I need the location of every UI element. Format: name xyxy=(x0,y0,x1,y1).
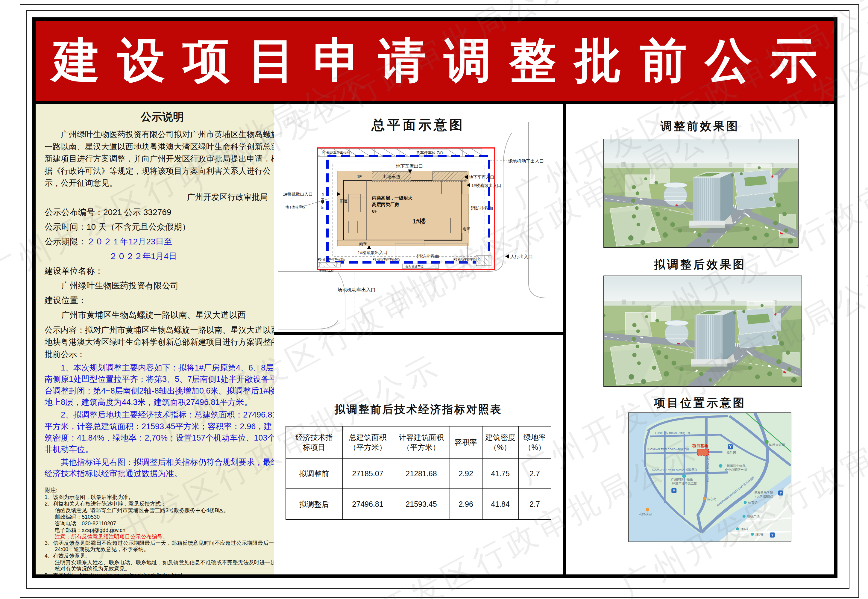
table-header-cell: 建筑密度 （%） xyxy=(482,426,519,458)
truck-parking-label: 货车停车位 7泊 xyxy=(416,151,443,155)
note-line: 电子邮箱：xzspj@gdd.gov.cn xyxy=(45,527,280,533)
location-map-title: 项目位置示意图 xyxy=(566,395,834,411)
poi-gym-label: 体育馆 xyxy=(748,501,758,504)
banner: 建设项目申请调整批前公示 xyxy=(36,21,834,104)
content-columns: 公示说明 广州绿叶生物医药投资有限公司拟对广州市黄埔区生物岛螺旋一路以南、星汉大… xyxy=(36,104,834,575)
p5-parking-label: P5 机动车停车位2泊 xyxy=(318,258,345,261)
p1-parking-label: P1 机动车停车位6泊 xyxy=(322,151,352,155)
evac-exit-bottom-label: 1#楼疏散出入口 xyxy=(358,250,387,255)
pedestrian-entrance-label: 人行出入口 xyxy=(510,254,533,259)
period-label: 公示期限： xyxy=(45,237,87,246)
building-class-line1: 丙类高层，一级耐火 xyxy=(372,195,413,200)
poi-hq-label-l1: 广州国际生物岛 xyxy=(724,464,746,468)
table-row: 拟调整后27496.8121593.452.9641.842.7 xyxy=(286,489,551,519)
poi-lansheng-label: 揽胜园 xyxy=(727,451,736,455)
adjustment-item-1: 1、本次规划调整主要内容如下：拟将1#厂房原第4、6、8层南侧原1处凹型位置拉平… xyxy=(45,362,280,408)
note-line: 咨询电话：020-82110207 xyxy=(45,521,280,527)
adjustment-item-2: 2、拟调整后地块主要经济技术指标：总建筑面积：27496.81平方米，计容总建筑… xyxy=(45,409,280,455)
row-value-cell: 2.7 xyxy=(519,489,551,519)
evac-exit-left-label: 1#楼疏散出入口 xyxy=(283,192,313,196)
indicator-comparison-table: 经济技术指 标项目总建筑面积 （平方米）计容建筑面积 （平方米）容积率建筑密度 … xyxy=(285,426,551,520)
notice-duration: 公示时间：10 天（不含元旦公众假期） xyxy=(45,221,280,233)
location-value: 广州市黄埔区生物岛螺旋一路以南、星汉大道以西 xyxy=(45,309,280,321)
period-end-date: ２０２２年1月4日 xyxy=(109,251,177,261)
parking-p5 xyxy=(318,262,341,267)
table-row: 拟调整前27185.0721281.682.9241.752.7 xyxy=(286,458,551,489)
indicator-table-section: 拟调整前后技术经济指标对照表 经济技术指 标项目总建筑面积 （平方米）计容建筑面… xyxy=(274,335,563,575)
poi-li8-label: 理8栋 xyxy=(755,533,764,536)
nonmotor-parking-label: P4 非机动车停车位103泊 xyxy=(321,193,325,209)
notice-explanation-panel: 公示说明 广州绿叶生物医药投资有限公司拟对广州市黄埔区生物岛螺旋一路以南、星汉大… xyxy=(36,104,290,575)
builder-label: 建设单位名称： xyxy=(45,265,280,277)
indicator-table-title: 拟调整前后技术经济指标对照表 xyxy=(274,402,563,417)
adjustment-item-3: 其他指标详见右图：拟调整后相关指标仍符合规划要求，最终经济技术指标以经审批通过数… xyxy=(45,456,280,480)
site-plan-drawing: P1 机动车停车位6泊 货车停车位 7泊 场地机动车出入口 地下车库出口 1F … xyxy=(274,104,563,332)
building-name-label: 1#楼 xyxy=(413,218,426,224)
row-label-cell: 拟调整后 xyxy=(286,489,343,519)
road-luoxuan1-label: LUOXUAN ROAD—螺旋一路 xyxy=(655,432,690,435)
basement-leader xyxy=(302,199,329,207)
p3-parking-label: P3 机动车停车位4泊 xyxy=(454,258,481,261)
poster-title: 建设项目申请调整批前公示 xyxy=(35,29,835,93)
poi-conservatory-label-l1: 星海音乐学院 xyxy=(754,491,773,494)
row-value-cell: 2.92 xyxy=(450,458,482,489)
row-value-cell: 21593.45 xyxy=(393,489,450,519)
public-notice-poster: 建设项目申请调整批前公示 公示说明 广州绿叶生物医药投资有限公司拟对广州市黄埔区… xyxy=(0,0,868,599)
poi-unit-label-l2: 标准产业单元二期 xyxy=(672,482,697,485)
row-label-cell: 拟调整前 xyxy=(286,458,343,489)
left-panel-title: 公示说明 xyxy=(45,110,280,124)
location-map-drawing: 项目基地 Y Y Y Y xyxy=(629,413,791,542)
note-line: 3、信函反馈意见邮戳日不应超过公示期限最后一天，邮箱反馈意见时间不应超过公示期限… xyxy=(45,540,280,552)
canopy-bottom-label: 雨篷 xyxy=(359,241,367,246)
content-paragraph: 公示内容：拟对广州市黄埔区生物岛螺旋一路以南、星汉大道以西地块粤港澳大湾区绿叶生… xyxy=(45,324,280,361)
svg-text:Y: Y xyxy=(729,445,731,449)
note-line: 邮政编码：510530 xyxy=(45,514,280,520)
issuer-signature: 广州开发区行政审批局 xyxy=(45,192,268,202)
fire-rescue-right-label: 消防扑救面 xyxy=(471,205,493,211)
svg-text:Y: Y xyxy=(779,491,782,495)
aerial-rendering-scene xyxy=(604,140,798,247)
table-header-cell: 计容建筑面积 （平方米） xyxy=(393,426,450,458)
poi-li4-label: 理4栋 xyxy=(740,527,749,531)
fire-rescue-bottom-label: 消防扑救面 xyxy=(417,253,439,259)
notice-period: 公示期限：２０２１年12月23日至 xyxy=(45,236,280,247)
location-label: 建设位置： xyxy=(45,295,280,306)
intro-paragraph: 广州绿叶生物医药投资有限公司拟对广州市黄埔区生物岛螺旋一路以南、星汉大道以西地块… xyxy=(45,128,280,189)
road-luoxuan2-label: LUOXUAN TWO ROAD—螺旋二路 xyxy=(647,448,689,451)
poi-unit-label-l1: 广州国际生物岛 xyxy=(671,478,693,481)
before-rendering-image xyxy=(604,138,799,248)
project-site-label: 项目基地 xyxy=(692,444,708,448)
poi-square-label: 明德广场 xyxy=(747,515,760,518)
road-xinghan-label: XINGHAN ROAD 星汉大道 xyxy=(707,450,710,482)
building-class-line3: 8F xyxy=(372,208,377,214)
note-line: 注意：所有反馈意见须注明项目公示公布编号。 xyxy=(45,534,280,540)
temp-parking-label: 临时接送车位 xyxy=(405,265,423,268)
table-header-cell: 总建筑面积 （平方米） xyxy=(343,426,393,458)
p2-parking-label: P2 机动车停车位5泊 xyxy=(372,258,400,261)
note-line: 4、有效反馈意见: xyxy=(45,553,280,559)
poi-conservatory-label-l2: (大学城校区) xyxy=(755,494,773,498)
row-value-cell: 27496.81 xyxy=(343,489,393,519)
table-header-row: 经济技术指 标项目总建筑面积 （平方米）计容建筑面积 （平方米）容积率建筑密度 … xyxy=(286,426,551,458)
notes-block: 附注: 1、该图为示意图，以最后审批为准。2、利益相关人有权进行陈述申辩，意见反… xyxy=(45,487,280,575)
poi-qingxin-label: 清心岛 xyxy=(707,497,716,501)
table-header-cell: 绿地率 （%） xyxy=(519,426,551,458)
after-rendering-title: 拟调整后效果图 xyxy=(566,257,834,272)
accessible-parking-label: 无障碍车位 xyxy=(319,269,334,272)
note-line: 注明真实联系人姓名、联系电话、联系地址，如反馈意见信息不准确或不完整无法及时进一… xyxy=(45,560,280,572)
building-1-footprint xyxy=(337,171,469,246)
site-plan-title: 总平面示意图 xyxy=(274,116,563,134)
svg-text:Y: Y xyxy=(771,533,773,537)
notes-title: 附注: xyxy=(45,487,280,494)
exit-lane-label: 出场车道 xyxy=(383,174,401,179)
note-line: 2、利益相关人有权进行陈述申辩，意见反馈方式： xyxy=(45,501,280,507)
after-rendering-image xyxy=(604,275,802,387)
canopy-left-label: 雨篷 xyxy=(340,199,347,203)
evac-exit-right-label: 1#楼疏散出入口 xyxy=(472,183,502,188)
site-entrance-right-label: 场地机动车出入口 xyxy=(508,158,544,164)
note-line: 5、查询网址：http://www.hp.gov.cn/zwgk/gsgb/in… xyxy=(45,572,280,575)
table-header-cell: 容积率 xyxy=(450,426,482,458)
figures-panel: 调整前效果图 xyxy=(566,104,834,575)
row-value-cell: 2.7 xyxy=(519,458,551,489)
before-rendering-title: 调整前效果图 xyxy=(566,119,834,134)
